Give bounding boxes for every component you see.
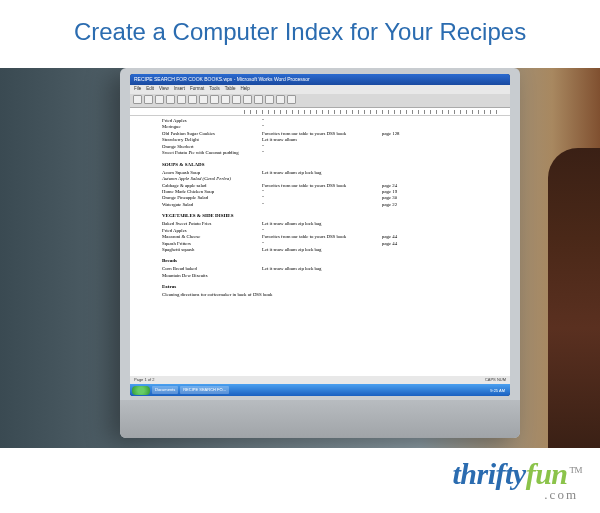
taskbar-item-documents[interactable]: Documents — [152, 386, 178, 394]
toolbar-button[interactable] — [254, 95, 263, 104]
menu-table[interactable]: Table — [225, 86, 236, 93]
document-area[interactable]: Fried Apples"Meringue"Old Fashion Sugar … — [130, 116, 510, 376]
section-heading: VEGETABLES & SIDE DISHES — [162, 213, 482, 220]
recipe-row: Spaghetti squashLet it snow album zip lo… — [162, 247, 482, 253]
toolbar-button[interactable] — [188, 95, 197, 104]
recipe-row: Mountain Dew Biscuits — [162, 273, 482, 279]
menu-tools[interactable]: Tools — [209, 86, 220, 93]
recipe-page — [382, 247, 422, 253]
menu-insert[interactable]: Insert — [174, 86, 185, 93]
recipe-source: " — [262, 150, 382, 156]
recipe-row: Cleaning directions for coffeemaker in b… — [162, 292, 482, 298]
toolbar — [130, 94, 510, 108]
page-title: Create a Computer Index for Your Recipes — [0, 0, 600, 68]
recipe-source: Let it snow album zip lock bag — [262, 247, 382, 253]
recipe-page — [382, 292, 422, 298]
recipe-source — [262, 273, 382, 279]
toolbar-button[interactable] — [221, 95, 230, 104]
windows-taskbar[interactable]: Documents RECIPE SEARCH FO... 9:25 AM — [130, 384, 510, 396]
taskbar-item-app[interactable]: RECIPE SEARCH FO... — [180, 386, 229, 394]
monitor-bezel — [120, 400, 520, 438]
toolbar-button[interactable] — [243, 95, 252, 104]
toolbar-button[interactable] — [199, 95, 208, 104]
ruler — [130, 108, 510, 116]
menu-file[interactable]: File — [134, 86, 141, 93]
logo-word-thrifty: thrifty — [452, 457, 525, 490]
recipe-source — [262, 292, 382, 298]
recipe-name: Mountain Dew Biscuits — [162, 273, 262, 279]
recipe-source: " — [262, 202, 382, 208]
menu-edit[interactable]: Edit — [146, 86, 154, 93]
recipe-row: Sweet Potato Pie with Coconut pudding" — [162, 150, 482, 156]
menu-bar[interactable]: File Edit View Insert Format Tools Table… — [130, 85, 510, 94]
toolbar-button[interactable] — [265, 95, 274, 104]
section-heading: Breads — [162, 258, 482, 265]
toolbar-button[interactable] — [133, 95, 142, 104]
section-heading: SOUPS & SALADS — [162, 162, 482, 169]
status-page: Page 1 of 2 — [134, 377, 154, 383]
toolbar-button[interactable] — [232, 95, 241, 104]
recipe-name: Watergate Salad — [162, 202, 262, 208]
status-bar: Page 1 of 2 CAPS NUM — [130, 376, 510, 384]
toolbar-button[interactable] — [287, 95, 296, 104]
toolbar-button[interactable] — [144, 95, 153, 104]
system-tray-clock[interactable]: 9:25 AM — [490, 388, 508, 393]
photo-frame: RECIPE SEARCH FOR COOK BOOKS.wps - Micro… — [0, 68, 600, 448]
menu-view[interactable]: View — [159, 86, 169, 93]
recipe-row: Watergate Salad"page 22 — [162, 202, 482, 208]
window-titlebar: RECIPE SEARCH FOR COOK BOOKS.wps - Micro… — [130, 74, 510, 85]
logo-trademark: TM — [570, 465, 583, 475]
toolbar-button[interactable] — [177, 95, 186, 104]
recipe-name: Spaghetti squash — [162, 247, 262, 253]
toolbar-button[interactable] — [210, 95, 219, 104]
status-caps: CAPS NUM — [485, 377, 506, 383]
screen: RECIPE SEARCH FOR COOK BOOKS.wps - Micro… — [130, 74, 510, 396]
thriftyfun-logo[interactable]: thriftyfunTM .com — [452, 457, 582, 503]
toolbar-button[interactable] — [166, 95, 175, 104]
recipe-page: page 22 — [382, 202, 422, 208]
crt-monitor: RECIPE SEARCH FOR COOK BOOKS.wps - Micro… — [120, 68, 520, 438]
recipe-name: Cleaning directions for coffeemaker in b… — [162, 292, 262, 298]
start-button[interactable] — [132, 386, 150, 395]
recipe-page — [382, 273, 422, 279]
desk-object — [548, 148, 600, 448]
recipe-page — [382, 150, 422, 156]
recipe-name: Sweet Potato Pie with Coconut pudding — [162, 150, 262, 156]
logo-word-fun: fun — [526, 457, 568, 490]
toolbar-button[interactable] — [155, 95, 164, 104]
section-heading: Extras — [162, 284, 482, 291]
menu-help[interactable]: Help — [241, 86, 250, 93]
toolbar-button[interactable] — [276, 95, 285, 104]
menu-format[interactable]: Format — [190, 86, 204, 93]
